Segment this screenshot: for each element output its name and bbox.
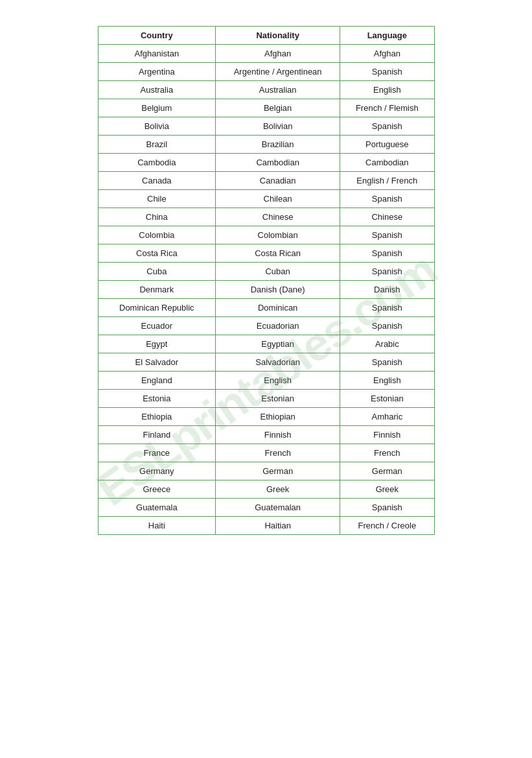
header-language: Language [340, 27, 434, 45]
cell-nationality: Belgian [216, 99, 340, 117]
cell-language: Estonian [340, 390, 434, 408]
cell-language: Spanish [340, 190, 434, 208]
table-row: CanadaCanadianEnglish / French [98, 172, 434, 190]
cell-language: French / Creole [340, 517, 434, 535]
table-row: AustraliaAustralianEnglish [98, 81, 434, 99]
cell-nationality: German [216, 462, 340, 480]
table-row: EthiopiaEthiopianAmharic [98, 408, 434, 426]
cell-country: Finland [98, 426, 216, 444]
cell-language: Finnish [340, 426, 434, 444]
cell-country: Guatemala [98, 499, 216, 517]
table-row: HaitiHaitianFrench / Creole [98, 517, 434, 535]
table-row: Costa RicaCosta RicanSpanish [98, 244, 434, 263]
cell-language: Spanish [340, 317, 434, 335]
table-wrapper: Country Nationality Language Afghanistan… [98, 26, 435, 535]
table-row: EcuadorEcuadorianSpanish [98, 317, 434, 335]
table-row: GermanyGermanGerman [98, 462, 434, 480]
table-header-row: Country Nationality Language [98, 27, 434, 45]
cell-country: Argentina [98, 63, 216, 81]
table-row: FinlandFinnishFinnish [98, 426, 434, 444]
cell-country: France [98, 444, 216, 462]
table-row: EstoniaEstonianEstonian [98, 390, 434, 408]
cell-language: Spanish [340, 117, 434, 136]
table-row: AfghanistanAfghanAfghan [98, 45, 434, 63]
cell-country: Colombia [98, 226, 216, 244]
cell-language: Spanish [340, 226, 434, 244]
cell-country: China [98, 208, 216, 226]
cell-country: Egypt [98, 335, 216, 353]
cell-country: Germany [98, 462, 216, 480]
cell-country: El Salvador [98, 353, 216, 372]
cell-nationality: Afghan [216, 45, 340, 63]
cell-nationality: Chilean [216, 190, 340, 208]
countries-table: Country Nationality Language Afghanistan… [98, 26, 435, 535]
table-row: ChileChileanSpanish [98, 190, 434, 208]
cell-language: English [340, 372, 434, 390]
cell-language: Amharic [340, 408, 434, 426]
cell-nationality: Ecuadorian [216, 317, 340, 335]
cell-nationality: Canadian [216, 172, 340, 190]
cell-nationality: Cambodian [216, 154, 340, 172]
cell-country: Canada [98, 172, 216, 190]
cell-country: Estonia [98, 390, 216, 408]
cell-country: Dominican Republic [98, 299, 216, 317]
cell-country: Costa Rica [98, 244, 216, 263]
cell-country: Brazil [98, 136, 216, 154]
cell-nationality: Greek [216, 480, 340, 499]
table-row: FranceFrenchFrench [98, 444, 434, 462]
cell-language: Greek [340, 480, 434, 499]
cell-nationality: Egyptian [216, 335, 340, 353]
cell-language: Afghan [340, 45, 434, 63]
cell-language: Arabic [340, 335, 434, 353]
cell-nationality: Danish (Dane) [216, 281, 340, 299]
table-row: CambodiaCambodianCambodian [98, 154, 434, 172]
cell-nationality: Estonian [216, 390, 340, 408]
table-row: EgyptEgyptianArabic [98, 335, 434, 353]
cell-nationality: English [216, 372, 340, 390]
cell-country: Chile [98, 190, 216, 208]
cell-country: Cambodia [98, 154, 216, 172]
cell-nationality: Ethiopian [216, 408, 340, 426]
cell-country: England [98, 372, 216, 390]
cell-language: Spanish [340, 499, 434, 517]
cell-country: Bolivia [98, 117, 216, 136]
cell-language: Chinese [340, 208, 434, 226]
table-row: EnglandEnglishEnglish [98, 372, 434, 390]
cell-country: Australia [98, 81, 216, 99]
table-row: ArgentinaArgentine / ArgentineanSpanish [98, 63, 434, 81]
cell-language: English [340, 81, 434, 99]
table-row: CubaCubanSpanish [98, 263, 434, 281]
cell-nationality: Colombian [216, 226, 340, 244]
cell-language: Spanish [340, 244, 434, 263]
cell-language: Danish [340, 281, 434, 299]
cell-nationality: Chinese [216, 208, 340, 226]
cell-country: Afghanistan [98, 45, 216, 63]
cell-nationality: French [216, 444, 340, 462]
cell-nationality: Haitian [216, 517, 340, 535]
cell-nationality: Salvadorian [216, 353, 340, 372]
table-row: Dominican RepublicDominicanSpanish [98, 299, 434, 317]
cell-language: French [340, 444, 434, 462]
cell-language: Portuguese [340, 136, 434, 154]
header-nationality: Nationality [216, 27, 340, 45]
cell-language: Spanish [340, 299, 434, 317]
cell-nationality: Argentine / Argentinean [216, 63, 340, 81]
table-row: BoliviaBolivianSpanish [98, 117, 434, 136]
cell-country: Ethiopia [98, 408, 216, 426]
cell-nationality: Costa Rican [216, 244, 340, 263]
cell-language: Spanish [340, 263, 434, 281]
cell-language: Spanish [340, 63, 434, 81]
cell-nationality: Dominican [216, 299, 340, 317]
table-row: BelgiumBelgianFrench / Flemish [98, 99, 434, 117]
cell-country: Ecuador [98, 317, 216, 335]
cell-nationality: Bolivian [216, 117, 340, 136]
table-row: El SalvadorSalvadorianSpanish [98, 353, 434, 372]
table-row: BrazilBrazilianPortuguese [98, 136, 434, 154]
cell-nationality: Cuban [216, 263, 340, 281]
table-row: ColombiaColombianSpanish [98, 226, 434, 244]
cell-language: Cambodian [340, 154, 434, 172]
cell-nationality: Guatemalan [216, 499, 340, 517]
cell-language: French / Flemish [340, 99, 434, 117]
cell-language: Spanish [340, 353, 434, 372]
cell-country: Cuba [98, 263, 216, 281]
